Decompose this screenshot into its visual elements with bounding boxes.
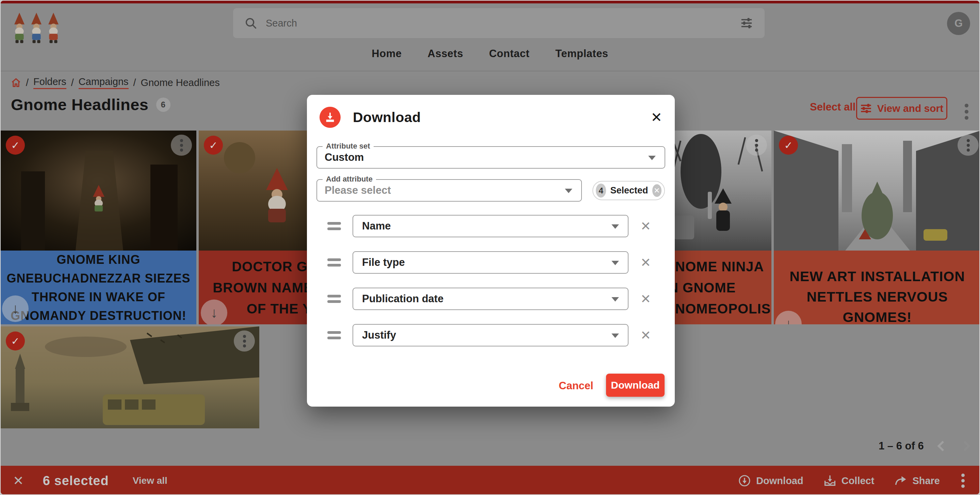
asset-tile[interactable]: GNOME KING GNEBUCHADNEZZAR SIEZES THRONE… (1, 130, 196, 324)
remove-attribute-icon[interactable]: ✕ (640, 328, 651, 343)
chevron-down-icon (611, 261, 619, 265)
asset-tile[interactable]: GNOME NINJA IN GNOME GNOMEOPOLIS! (660, 130, 772, 324)
breadcrumb-separator: / (26, 77, 29, 88)
modal-close-icon[interactable]: ✕ (651, 111, 662, 124)
chevron-down-icon (565, 189, 572, 193)
attribute-select-name[interactable]: Name (353, 215, 628, 237)
download-modal: Download ✕ Attribute set Custom Add attr… (307, 95, 675, 407)
chevron-down-icon (611, 333, 619, 338)
tile-caption: NEW ART INSTALLATION NETTLES NERVOUS GNO… (774, 251, 980, 324)
drag-handle-icon[interactable] (327, 328, 342, 342)
caption-line: GNOMANDY DESTRUCTION! (11, 306, 186, 325)
clear-selection-icon[interactable]: ✕ (13, 473, 24, 488)
filter-sliders-icon[interactable] (740, 17, 753, 30)
pagination-prev-icon[interactable] (937, 441, 948, 451)
tile-kebab-menu[interactable] (171, 135, 192, 156)
nav-assets[interactable]: Assets (428, 48, 463, 60)
breadcrumb-campaigns[interactable]: Campaigns (79, 76, 129, 89)
caption-line: GNOME NINJA (664, 256, 764, 277)
attribute-set-value: Custom (325, 151, 364, 163)
asset-tile[interactable]: NEW ART INSTALLATION NETTLES NERVOUS GNO… (774, 130, 980, 324)
attribute-set-label: Attribute set (323, 142, 374, 151)
selected-count-chip: 4 Selected ✕ (592, 181, 665, 200)
remove-attribute-icon[interactable]: ✕ (640, 219, 651, 233)
attribute-value: Publication date (362, 293, 443, 305)
attribute-value: Name (362, 220, 391, 232)
page-title-row: Gnome Headlines 6 (11, 95, 170, 114)
drag-handle-icon[interactable] (327, 255, 342, 269)
home-icon[interactable] (11, 78, 21, 88)
caption-line: NEW ART INSTALLATION (789, 266, 965, 287)
caption-line: GNOMEOPOLIS! (664, 298, 772, 319)
breadcrumb-current: Gnome Headlines (141, 77, 220, 88)
attribute-select-justify[interactable]: Justify (353, 324, 628, 346)
main-nav: Home Assets Contact Templates (1, 48, 979, 60)
select-all-button[interactable]: Select all (810, 101, 856, 113)
download-badge-icon (320, 107, 340, 128)
tile-kebab-menu[interactable] (958, 135, 978, 156)
drag-handle-icon[interactable] (327, 219, 342, 233)
toolbar-kebab-menu[interactable] (963, 101, 970, 122)
pagination-range: 1 – 6 of 6 (878, 440, 924, 452)
breadcrumb: / Folders / Campaigns / Gnome Headlines (11, 76, 220, 89)
chevron-down-icon (611, 297, 619, 301)
footer-share-label: Share (912, 475, 940, 487)
gnome-figure-icon (11, 11, 27, 45)
tile-selected-check-icon[interactable]: ✓ (204, 136, 223, 155)
asset-tile[interactable]: ✓ (1, 326, 259, 428)
attribute-value: File type (362, 256, 405, 268)
chip-clear-icon[interactable]: ✕ (652, 184, 662, 197)
gnome-logo[interactable] (11, 8, 63, 45)
attribute-select-publication-date[interactable]: Publication date (353, 288, 628, 310)
footer-collect-label: Collect (842, 475, 875, 487)
chevron-down-icon (611, 224, 619, 229)
tile-kebab-menu[interactable] (746, 135, 767, 156)
footer-kebab-menu[interactable] (960, 471, 966, 490)
remove-attribute-icon[interactable]: ✕ (640, 255, 651, 270)
breadcrumb-folders[interactable]: Folders (33, 76, 66, 89)
attribute-select-file-type[interactable]: File type (353, 251, 628, 274)
attribute-row: Name ✕ (307, 215, 675, 237)
tile-selected-check-icon[interactable]: ✓ (6, 332, 25, 351)
nav-templates[interactable]: Templates (555, 48, 608, 60)
view-sort-sliders-icon (860, 103, 872, 114)
breadcrumb-separator: / (134, 77, 136, 88)
nav-home[interactable]: Home (372, 48, 401, 60)
remove-attribute-icon[interactable]: ✕ (640, 292, 651, 306)
footer-download-label: Download (756, 475, 803, 487)
attribute-set-select[interactable]: Attribute set Custom (317, 146, 665, 169)
download-button[interactable]: Download (606, 374, 665, 397)
modal-title: Download (353, 109, 421, 125)
breadcrumb-separator: / (71, 77, 74, 88)
pagination-next-icon[interactable] (959, 441, 970, 451)
tile-image-city-street[interactable] (774, 130, 980, 251)
attribute-value: Justify (362, 329, 396, 341)
caption-line: THRONE IN WAKE OF (32, 288, 165, 306)
search-bar[interactable] (233, 8, 765, 38)
view-and-sort-label: View and sort (877, 103, 943, 114)
search-input[interactable] (266, 17, 740, 29)
footer-share-button[interactable]: Share (894, 474, 940, 487)
nav-contact[interactable]: Contact (489, 48, 530, 60)
tile-download-icon[interactable]: ↓ (201, 300, 227, 324)
tile-selected-check-icon[interactable]: ✓ (779, 136, 798, 155)
tile-download-icon[interactable]: ↓ (2, 295, 29, 322)
footer-collect-button[interactable]: Collect (824, 474, 875, 487)
add-attribute-select[interactable]: Add attribute Please select (317, 179, 582, 201)
caption-line: IN GNOME (664, 277, 736, 298)
cancel-button[interactable]: Cancel (559, 380, 593, 392)
tile-image-throne-room[interactable] (1, 130, 196, 251)
asset-manager-app: G Home Assets Contact Templates / Folder… (0, 0, 980, 495)
view-and-sort-button[interactable]: View and sort (856, 97, 947, 120)
chip-count-badge: 4 (596, 184, 606, 198)
chip-label: Selected (610, 185, 648, 196)
drag-handle-icon[interactable] (327, 292, 342, 306)
view-all-button[interactable]: View all (133, 475, 167, 486)
tile-kebab-menu[interactable] (234, 330, 255, 352)
tile-selected-check-icon[interactable]: ✓ (6, 136, 25, 155)
footer-download-button[interactable]: Download (738, 474, 803, 487)
footer-actions: Download Collect Share (738, 471, 966, 490)
download-circle-icon (738, 474, 751, 487)
add-attribute-placeholder: Please select (325, 184, 391, 197)
user-avatar[interactable]: G (947, 12, 970, 35)
